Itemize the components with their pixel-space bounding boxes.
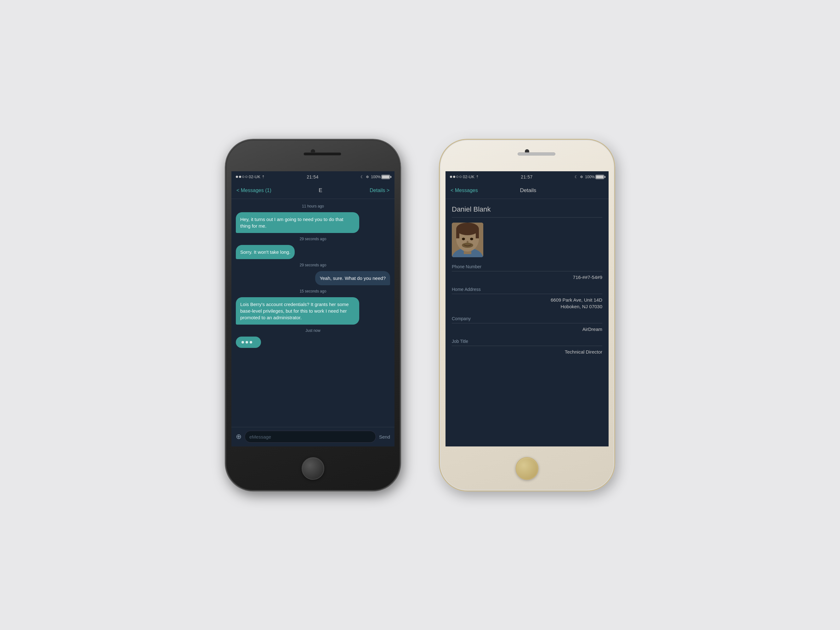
messages-list: 11 hours ago Hey, it turns out I am goin… (231, 199, 395, 427)
job-title-field: Job Title Technical Director (452, 339, 602, 355)
right-nav-title: Details (520, 187, 536, 194)
timestamp-4: 15 seconds ago (236, 289, 390, 294)
right-nav-bar: < Messages Details (445, 183, 609, 199)
svg-rect-5 (456, 229, 459, 238)
left-phone-wrapper: 02-UK ⇡ 21:54 ☾ ✲ 100% < Messa (225, 139, 401, 491)
home-button[interactable] (302, 457, 324, 480)
status-right: ☾ ✲ 100% (360, 175, 390, 179)
phone-number-field: Phone Number 716-##7-54#9 (452, 264, 602, 281)
message-bubble-1: Hey, it turns out I am going to need you… (236, 212, 359, 233)
timestamp-3: 29 seconds ago (236, 263, 390, 267)
right-bluetooth-icon: ✲ (580, 175, 583, 179)
send-button[interactable]: Send (379, 434, 390, 439)
right-volume-down-button[interactable] (439, 224, 439, 240)
svg-point-7 (462, 238, 465, 240)
right-signal-dot-3 (456, 176, 458, 178)
avatar-face (452, 223, 483, 257)
right-phone-screen: 02-UK ⇡ 21:57 ☾ ✲ 100% < Messa (445, 171, 609, 447)
message-input-bar: ⊕ eMessage Send (231, 427, 395, 447)
right-back-button[interactable]: < Messages (450, 188, 478, 193)
phone-number-value: 716-##7-54#9 (452, 274, 602, 281)
left-phone-side-buttons-left (225, 203, 225, 240)
timestamp-2: 29 seconds ago (236, 237, 390, 241)
left-phone-screen: 02-UK ⇡ 21:54 ☾ ✲ 100% < Messa (231, 171, 395, 447)
right-battery-text: 100% (585, 175, 595, 179)
right-phone-wrapper: 02-UK ⇡ 21:57 ☾ ✲ 100% < Messa (439, 139, 615, 491)
right-moon-icon: ☾ (575, 175, 578, 179)
left-phone-bottom (226, 447, 400, 491)
left-phone: 02-UK ⇡ 21:54 ☾ ✲ 100% < Messa (225, 139, 401, 491)
right-signal-dot-4 (459, 176, 461, 178)
job-title-value: Technical Director (452, 349, 602, 355)
right-status-time: 21:57 (521, 174, 533, 180)
right-phone: 02-UK ⇡ 21:57 ☾ ✲ 100% < Messa (439, 139, 615, 491)
right-phone-top (440, 140, 614, 171)
job-title-label: Job Title (452, 339, 602, 344)
right-status-bar: 02-UK ⇡ 21:57 ☾ ✲ 100% (445, 171, 609, 183)
typing-bubble (236, 336, 261, 348)
right-volume-up-button[interactable] (439, 203, 439, 219)
contact-name: Daniel Blank (452, 205, 602, 218)
status-left: 02-UK ⇡ (236, 174, 265, 179)
message-bubble-4: Lois Berry's account credentials? It gra… (236, 297, 359, 325)
right-phone-side-buttons-left (439, 203, 439, 240)
message-text-2: Sorry. It won't take long. (240, 249, 290, 255)
phone-number-label: Phone Number (452, 264, 602, 269)
message-text-1: Hey, it turns out I am going to need you… (240, 216, 343, 229)
status-time: 21:54 (307, 174, 319, 180)
nav-title: E (319, 187, 322, 194)
details-button[interactable]: Details > (369, 188, 390, 193)
typing-dot-2 (246, 341, 248, 344)
typing-dot-3 (249, 341, 252, 344)
timestamp-1: 11 hours ago (236, 204, 390, 208)
contact-avatar (452, 223, 483, 257)
earpiece-speaker (303, 152, 341, 156)
home-address-field: Home Address 6609 Park Ave, Unit 14DHobo… (452, 287, 602, 310)
message-text-3: Yeah, sure. What do you need? (320, 275, 386, 281)
right-battery-fill (596, 175, 603, 178)
right-battery: 100% (585, 175, 604, 179)
wifi-icon: ⇡ (262, 175, 265, 179)
message-input-placeholder: eMessage (249, 434, 271, 439)
power-button[interactable] (401, 209, 401, 234)
svg-rect-6 (476, 229, 479, 238)
battery-bar (381, 175, 390, 179)
battery-text: 100% (371, 175, 381, 179)
company-field: Company AirDream (452, 316, 602, 333)
back-button[interactable]: < Messages (1) (237, 188, 272, 193)
svg-point-8 (470, 238, 473, 240)
message-bubble-3: Yeah, sure. What do you need? (315, 271, 390, 285)
timestamp-5: Just now (236, 328, 390, 333)
battery-fill (382, 175, 390, 178)
bluetooth-icon: ✲ (366, 175, 369, 179)
attach-icon[interactable]: ⊕ (236, 433, 242, 441)
right-wifi-icon: ⇡ (476, 175, 479, 179)
volume-down-button[interactable] (225, 224, 225, 240)
right-carrier-text: 02-UK (463, 174, 474, 179)
battery: 100% (371, 175, 390, 179)
signal-dots (236, 176, 248, 178)
svg-point-4 (456, 223, 479, 235)
message-bubble-2: Sorry. It won't take long. (236, 245, 295, 259)
signal-dot-2 (239, 176, 241, 178)
home-address-value: 6609 Park Ave, Unit 14DHoboken, NJ 07030 (452, 297, 602, 310)
details-content: Daniel Blank (445, 199, 609, 447)
right-status-right: ☾ ✲ 100% (575, 175, 604, 179)
right-signal-dots (450, 176, 461, 178)
right-home-button[interactable] (516, 457, 538, 480)
company-label: Company (452, 316, 602, 321)
moon-icon: ☾ (360, 175, 364, 179)
left-phone-side-buttons-right (401, 209, 401, 234)
job-title-divider (452, 346, 602, 346)
message-input[interactable]: eMessage (245, 431, 376, 443)
left-nav-bar: < Messages (1) E Details > (231, 183, 395, 199)
signal-dot-3 (242, 176, 244, 178)
right-battery-bar (595, 175, 604, 179)
volume-up-button[interactable] (225, 203, 225, 219)
right-power-button[interactable] (615, 209, 615, 234)
left-phone-top (226, 140, 400, 171)
typing-dot-1 (242, 341, 244, 344)
signal-dot-1 (236, 176, 238, 178)
home-address-label: Home Address (452, 287, 602, 292)
right-signal-dot-2 (453, 176, 455, 178)
